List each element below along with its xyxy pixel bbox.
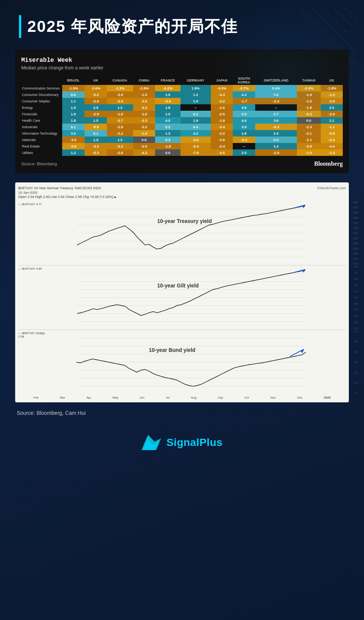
sector-label: Materials [21,137,62,143]
signalplus-brand-text: SignalPlus [166,436,223,449]
title-accent [19,15,21,38]
bloomberg-logo: Bloomberg [314,160,343,167]
cell-value: 0.7 [255,111,297,117]
cell-value: 1.5 [155,111,180,117]
cell-value: 1.3 [107,137,133,143]
col-header-japan: JAPAN [211,76,233,85]
cell-value: -0.3 [297,111,321,117]
chart-card: $DET10Y 10-Year German Treasury Yield (E… [15,182,349,402]
page-title: 2025 年风险资产的开局不佳 [27,18,238,35]
cell-value: 1.5 [155,91,180,98]
cell-value: -0.9 [62,143,85,149]
cell-value: -3.8 [297,143,321,149]
sector-label: Energy [21,104,62,111]
cell-value: 0.8 [233,111,255,117]
bloomberg-source: Source: Bloomberg [21,162,57,166]
cell-value: 1.3 [155,130,180,137]
bloomberg-footer: Source: Bloomberg Bloomberg [21,160,343,167]
cell-value: 2.0 [233,149,255,156]
signalplus-footer: SignalPlus [15,427,349,461]
cell-value: -3.0% [211,85,233,91]
table-row: Consumer Staples1.1-2.9-3.3-3.0-0.51.9-4… [21,98,343,104]
cell-value: 0.1 [180,111,211,117]
col-header-us: US [321,76,343,85]
cell-value: -5.2 [85,91,107,98]
table-row: Utilities1.2-5.3-2.6-4.30.0-7.9-4.52.0-2… [21,149,343,156]
table-row: Energy1.92.81.3-4.31.8---1.64.8---1.82.0 [21,104,343,111]
col-header-brazil: BRAZIL [62,76,85,85]
cell-value: 1.5 [85,137,107,143]
chart-ohlc: Open 2.54 High 2.60 Low 2.54 Close 2.58 … [18,195,346,199]
svg-text:10-year Bund yield: 10-year Bund yield [149,347,196,353]
cell-value: 1.2 [180,91,211,98]
col-header-taiwan: TAIWAN [297,76,321,85]
signalplus-logo-icon [141,435,161,450]
cell-value: -- [233,143,255,149]
sector-label: Industrials [21,124,62,130]
cell-value: -2.6 [211,137,233,143]
cell-value: -4.3 [85,143,107,149]
cell-value: 4.8 [233,104,255,111]
sector-label: Consumer Staples [21,98,62,104]
cell-value: -1.6 [211,104,233,111]
cell-value: -1.5% [62,85,85,91]
cell-value: -3.3 [133,117,155,124]
col-header-south-korea: SOUTHKOREA [233,76,255,85]
cell-value: 3.9 [233,124,255,130]
col-header-canada: CANADA [107,76,133,85]
cell-value: -0.9% [297,85,321,91]
cell-value: 0.0 [155,149,180,156]
chart1-label: — $UST10Y 4.77 [18,201,49,265]
cell-value: -2.2 [107,130,133,137]
cell-value: 0.2 [155,124,180,130]
cell-value: -- [180,104,211,111]
cell-value: 0.0 [133,137,155,143]
cell-value: -3.9 [321,98,343,104]
cell-value: -1.5 [133,91,155,98]
col-header-germany: GERMANY [180,76,211,85]
sector-label: Health Care [21,117,62,124]
chart-header: $DET10Y 10-Year German Treasury Yield (E… [18,186,346,190]
table-row: Materials-2.51.51.30.00.3-0.6-2.6-0.40.4… [21,137,343,143]
cell-value: 1.8 [62,117,85,124]
table-row: Consumer Discretionary0.6-5.2-2.9-1.51.5… [21,91,343,98]
cell-value: -3.4 [211,124,233,130]
cell-value: -2.1 [297,137,321,143]
heatmap-card: Miserable Week Median price change from … [15,49,349,173]
cell-value: -1.8% [321,85,343,91]
svg-text:10-year Gilt yield: 10-year Gilt yield [157,283,199,289]
signalplus-signal: Signal [166,436,199,448]
cell-value: -1.6 [211,117,233,124]
charts-wrapper: — $UST10Y 4.77 [18,201,346,394]
sector-label: Utilities [21,149,62,156]
cell-value: 0.6 [62,91,85,98]
cell-value: -4.3 [133,104,155,111]
col-header-china: CHINA [133,76,155,85]
cell-value: -1.6 [133,111,155,117]
cell-value: 0.3 [155,137,180,143]
cell-value: -0.8 [85,124,107,130]
cell-value: 1.1 [62,98,85,104]
cell-value: -0.4 [233,137,255,143]
cell-value: 1.9 [233,130,255,137]
chart2-svg: 10-year Gilt yield [49,265,346,330]
cell-value: -2.9 [85,98,107,104]
cell-value: -0.6 [180,137,211,143]
cell-value: -1.0 [297,149,321,156]
heatmap-subtitle: Median price change from a week earlier [21,65,343,71]
cell-value: -5.3 [85,149,107,156]
cell-value: -1.8 [297,104,321,111]
chart-bund: — $DET10Y (Daily) 2.58 10-year Bund yi [18,330,346,394]
cell-value: -1.7 [233,98,255,104]
cell-value: 0.4% [255,85,297,91]
chart1-scale: 4.804.704.604.504.404.304.204.104.003.90… [353,201,358,265]
chart-header-right: ©StockCharts.com [317,186,346,190]
table-row: Industrials0.1-0.8-2.8-2.20.20.4-3.43.9-… [21,124,343,130]
table-row: Real Estate-0.9-4.3-3.2-2.0-1.8-5.3-2.4-… [21,143,343,149]
cell-value: -1.2 [321,91,343,98]
heatmap-title: Miserable Week [21,57,343,64]
cell-value: -3.2 [107,143,133,149]
cell-value: -0.3 [321,137,343,143]
cell-value: 0.4 [255,137,297,143]
cell-value: -2.8 [107,124,133,130]
